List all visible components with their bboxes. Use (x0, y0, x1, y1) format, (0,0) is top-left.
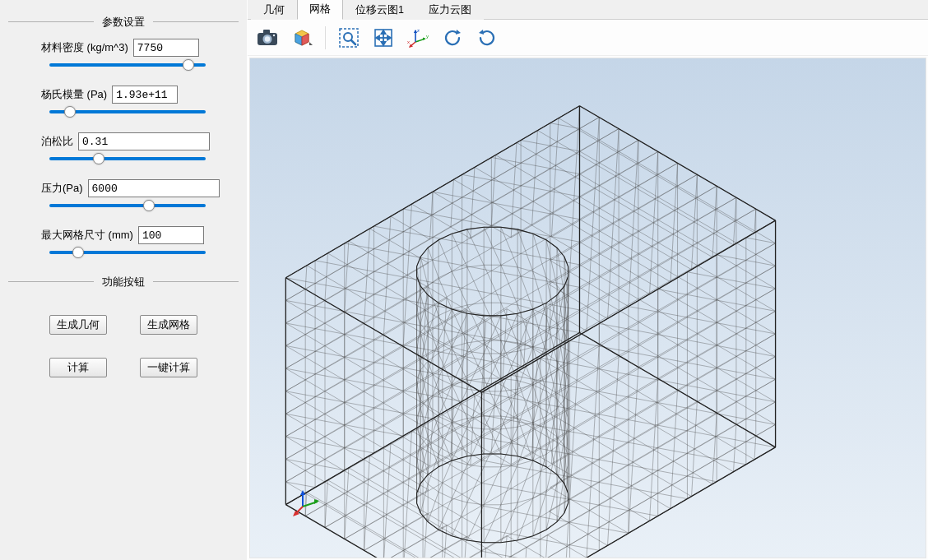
rotate-cw-icon[interactable] (474, 25, 500, 51)
buttons-group: 功能按钮 生成几何 生成网格 计算 一键计算 (8, 281, 239, 377)
main-area: 几何 网格 位移云图1 应力云图 (247, 0, 928, 560)
tab-geometry[interactable]: 几何 (251, 0, 297, 20)
svg-point-3 (265, 36, 270, 41)
param-label: 压力(Pa) (41, 181, 83, 196)
svg-marker-16 (382, 42, 386, 45)
svg-text:z: z (417, 28, 420, 33)
toolbar-separator (325, 26, 326, 49)
young-slider[interactable] (49, 110, 206, 113)
pressure-input[interactable] (88, 179, 220, 197)
svg-line-11 (351, 40, 355, 44)
svg-marker-17 (376, 35, 379, 39)
svg-marker-28 (456, 30, 461, 35)
param-pressure: 压力(Pa) (8, 179, 239, 210)
param-poisson: 泊松比 (8, 132, 239, 163)
viewport-3d[interactable] (249, 58, 926, 558)
gen-mesh-button[interactable]: 生成网格 (140, 315, 197, 335)
svg-marker-29 (479, 30, 484, 35)
svg-marker-33 (314, 499, 319, 504)
orientation-triad-icon (293, 488, 321, 516)
young-input[interactable] (112, 86, 178, 104)
param-label: 泊松比 (41, 134, 73, 149)
param-density: 材料密度 (kg/m^3) (8, 39, 239, 69)
tabbar: 几何 网格 位移云图1 应力云图 (248, 0, 928, 20)
param-label: 材料密度 (kg/m^3) (41, 40, 128, 55)
one-click-button[interactable]: 一键计算 (140, 358, 197, 377)
svg-marker-20 (423, 37, 425, 40)
svg-rect-1 (263, 30, 270, 34)
calc-button[interactable]: 计算 (49, 358, 107, 377)
svg-marker-15 (382, 30, 386, 34)
rotate-ccw-icon[interactable] (439, 25, 466, 51)
param-group-title: 参数设置 (94, 15, 153, 30)
display-mode-icon[interactable] (289, 25, 315, 51)
mesh-size-slider[interactable] (49, 251, 206, 254)
svg-marker-31 (300, 490, 305, 495)
fit-view-icon[interactable] (370, 25, 397, 51)
poisson-input[interactable] (78, 132, 210, 150)
poisson-slider[interactable] (49, 157, 206, 160)
toolbar: y z x (248, 20, 928, 56)
tab-displacement[interactable]: 位移云图1 (343, 0, 416, 20)
param-mesh-size: 最大网格尺寸 (mm) (8, 226, 239, 257)
mesh-size-input[interactable] (138, 226, 204, 244)
param-group: 参数设置 材料密度 (kg/m^3) 杨氏模量 (Pa) (8, 21, 239, 257)
buttons-group-title: 功能按钮 (94, 275, 153, 289)
tab-mesh[interactable]: 网格 (297, 0, 343, 20)
sidebar: 参数设置 材料密度 (kg/m^3) 杨氏模量 (Pa) (0, 0, 247, 560)
tab-stress[interactable]: 应力云图 (416, 0, 484, 20)
param-young: 杨氏模量 (Pa) (8, 86, 239, 116)
svg-text:y: y (426, 34, 429, 39)
axis-triad-icon[interactable]: y z x (405, 25, 431, 51)
param-label: 最大网格尺寸 (mm) (41, 228, 133, 243)
camera-icon[interactable] (254, 25, 281, 51)
density-slider[interactable] (49, 63, 206, 67)
density-input[interactable] (133, 39, 199, 57)
param-label: 杨氏模量 (Pa) (41, 87, 107, 102)
svg-point-4 (273, 34, 275, 35)
zoom-region-icon[interactable] (336, 25, 362, 51)
svg-marker-18 (387, 35, 391, 39)
pressure-slider[interactable] (49, 204, 206, 207)
mesh-wireframe (250, 58, 926, 558)
svg-marker-8 (309, 42, 313, 45)
svg-text:x: x (407, 39, 410, 44)
gen-geom-button[interactable]: 生成几何 (49, 315, 107, 335)
